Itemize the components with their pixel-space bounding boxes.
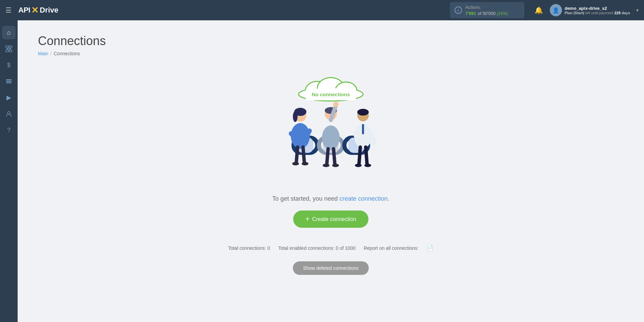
total-connections-stat: Total connections: 0 <box>228 245 270 251</box>
actions-total: of 50'000 <box>478 11 497 16</box>
svg-point-10 <box>7 112 10 114</box>
svg-point-44 <box>357 109 369 116</box>
sidebar-item-home[interactable]: ⌂ <box>2 26 16 39</box>
svg-point-42 <box>332 164 339 167</box>
breadcrumb-main-link[interactable]: Main <box>38 51 48 56</box>
user-menu[interactable]: 👤 demo_apix-drive_s2 Plan |Start| left u… <box>550 4 639 16</box>
plan-info: Plan |Start| left until payment 228 days <box>565 11 630 15</box>
create-connection-label: Create connection <box>312 216 356 222</box>
prompt-text: To get started, you need create connecti… <box>272 195 389 202</box>
logo-x-icon: ✕ <box>31 5 39 16</box>
svg-rect-1 <box>9 46 12 48</box>
sidebar-item-billing[interactable]: $ <box>2 58 16 72</box>
sidebar-item-user[interactable] <box>2 107 16 121</box>
logo-drive-text: Drive <box>40 6 58 15</box>
actions-pct: (16%) <box>497 11 508 16</box>
hamburger-menu[interactable]: ☰ <box>5 6 12 14</box>
logo-api-text: API <box>18 6 30 15</box>
report-icon[interactable]: 📄 <box>427 245 434 251</box>
chevron-down-icon: ▾ <box>636 7 639 13</box>
report-label: Report on all connections: <box>364 245 419 251</box>
info-icon: i <box>455 6 462 14</box>
svg-rect-9 <box>6 82 12 83</box>
svg-line-31 <box>303 147 304 163</box>
svg-rect-46 <box>362 124 364 134</box>
svg-rect-8 <box>6 81 12 82</box>
sidebar-item-connections[interactable] <box>2 42 16 56</box>
bell-icon[interactable]: 🔔 <box>535 6 543 14</box>
actions-box: i Actions: 7'891 of 50'000 (16%) <box>450 2 524 18</box>
people-chain-svg <box>266 97 395 185</box>
create-connection-button[interactable]: + Create connection <box>293 210 368 228</box>
sidebar-item-play[interactable]: ▶ <box>2 91 16 104</box>
svg-line-39 <box>327 149 328 165</box>
sidebar-item-tools[interactable] <box>2 75 16 88</box>
username-label: demo_apix-drive_s2 <box>565 6 630 11</box>
actions-count: 7'891 <box>465 11 476 16</box>
svg-rect-2 <box>6 50 8 52</box>
svg-line-48 <box>371 134 374 144</box>
create-connection-link[interactable]: create connection <box>340 195 388 202</box>
breadcrumb-current: Connections <box>54 51 80 56</box>
svg-point-38 <box>322 125 340 150</box>
svg-line-40 <box>334 149 335 165</box>
svg-text:No connections: No connections <box>312 92 350 97</box>
svg-rect-3 <box>9 50 12 52</box>
logo: API ✕ Drive <box>18 5 58 16</box>
page-title: Connections <box>38 34 624 48</box>
user-info: demo_apix-drive_s2 Plan |Start| left unt… <box>565 6 630 15</box>
plus-icon: + <box>305 215 309 223</box>
illustration: No connections <box>266 77 395 185</box>
enabled-connections-stat: Total enabled connections: 0 of 1000 <box>278 245 356 251</box>
no-connections-bubble: No connections <box>294 77 368 103</box>
svg-point-26 <box>293 111 298 122</box>
actions-label-text: Actions: 7'891 of 50'000 (16%) <box>465 4 508 16</box>
svg-rect-0 <box>6 46 8 48</box>
svg-rect-7 <box>6 79 12 80</box>
svg-line-50 <box>366 147 367 165</box>
svg-line-30 <box>296 147 298 163</box>
main-content: Connections Main / Connections No connec… <box>18 20 644 322</box>
svg-point-41 <box>323 164 329 167</box>
svg-line-49 <box>359 147 360 165</box>
top-navbar: ☰ API ✕ Drive i Actions: 7'891 of 50'000… <box>0 0 644 20</box>
svg-point-51 <box>355 164 362 167</box>
stats-row: Total connections: 0 Total enabled conne… <box>228 245 434 251</box>
breadcrumb-separator: / <box>50 51 52 56</box>
show-deleted-button[interactable]: Show deleted connections <box>293 261 368 275</box>
avatar: 👤 <box>550 4 562 16</box>
sidebar-item-help[interactable]: ? <box>2 123 16 137</box>
sidebar: ⌂ $ ▶ ? <box>0 20 18 322</box>
svg-point-52 <box>364 164 371 167</box>
center-content: No connections <box>38 70 624 282</box>
breadcrumb: Main / Connections <box>38 51 624 56</box>
svg-point-32 <box>292 162 299 165</box>
svg-point-33 <box>302 162 308 165</box>
